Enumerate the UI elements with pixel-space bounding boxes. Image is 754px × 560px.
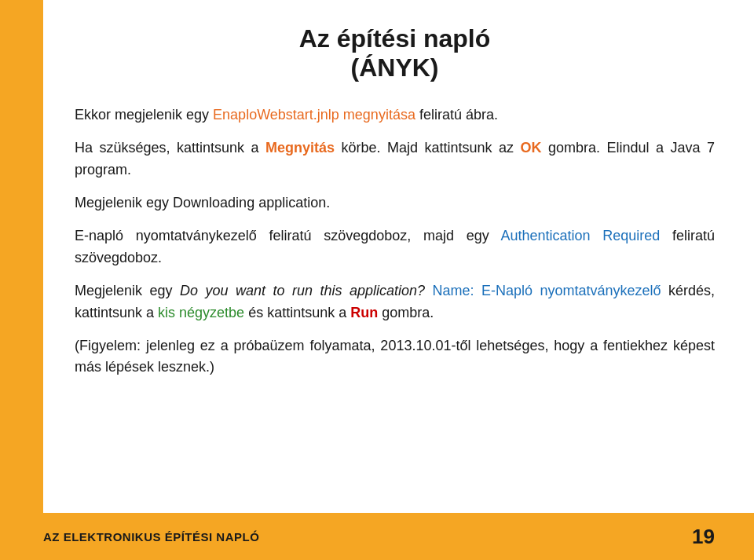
left-sidebar — [0, 0, 43, 513]
paragraph6: (Figyelem: jelenleg ez a próbaüzem folya… — [75, 335, 715, 379]
para2-text2: körbe. Majd kattintsunk az — [335, 140, 520, 156]
para5-text4: és kattintsunk a — [244, 305, 350, 320]
title-line1: Az építési napló — [75, 24, 715, 53]
para3-text: Megjelenik egy Downloading application. — [75, 195, 330, 210]
para4-authentication: Authentication Required — [500, 228, 660, 243]
footer-title: AZ ELEKTRONIKUS ÉPÍTÉSI NAPLÓ — [43, 530, 259, 544]
para5-text5: gombra. — [378, 305, 434, 320]
para1-link: EnaploWebstart.jnlp megnyitása — [213, 107, 415, 123]
paragraph3: Megjelenik egy Downloading application. — [75, 192, 715, 214]
paragraph4: E-napló nyomtatványkezelő feliratú szöve… — [75, 225, 715, 269]
body-text: Ekkor megjelenik egy EnaploWebstart.jnlp… — [75, 104, 715, 390]
paragraph2: Ha szükséges, kattintsunk a Megnyitás kö… — [75, 137, 715, 181]
paragraph1: Ekkor megjelenik egy EnaploWebstart.jnlp… — [75, 104, 715, 126]
para2-text1: Ha szükséges, kattintsunk a — [75, 140, 265, 156]
title-line2: (ÁNYK) — [75, 53, 715, 82]
para6-text: (Figyelem: jelenleg ez a próbaüzem folya… — [75, 338, 715, 375]
para4-text1: E-napló nyomtatványkezelő feliratú szöve… — [75, 228, 500, 243]
paragraph5: Megjelenik egy Do you want to run this a… — [75, 280, 715, 324]
para5-kis: kis négyzetbe — [158, 305, 244, 320]
title-block: Az építési napló (ÁNYK) — [75, 24, 715, 82]
para5-text1: Megjelenik egy — [75, 283, 180, 298]
page-container: Az építési napló (ÁNYK) Ekkor megjelenik… — [0, 0, 754, 560]
footer-page-number: 19 — [692, 525, 715, 549]
main-layout: Az építési napló (ÁNYK) Ekkor megjelenik… — [0, 0, 754, 513]
para1-text1: Ekkor megjelenik egy — [75, 107, 213, 123]
para2-ok: OK — [521, 140, 542, 156]
para5-italic: Do you want to run this application? — [180, 283, 425, 298]
para1-text2: feliratú ábra. — [415, 107, 498, 123]
para5-run: Run — [350, 305, 378, 320]
para5-name: Name: E-Napló nyomtatványkezelő — [432, 283, 661, 298]
content-area: Az építési napló (ÁNYK) Ekkor megjelenik… — [43, 0, 754, 513]
footer-bar: AZ ELEKTRONIKUS ÉPÍTÉSI NAPLÓ 19 — [0, 513, 754, 560]
para2-megnyitas: Megnyitás — [265, 140, 335, 156]
para5-text2 — [425, 283, 432, 298]
